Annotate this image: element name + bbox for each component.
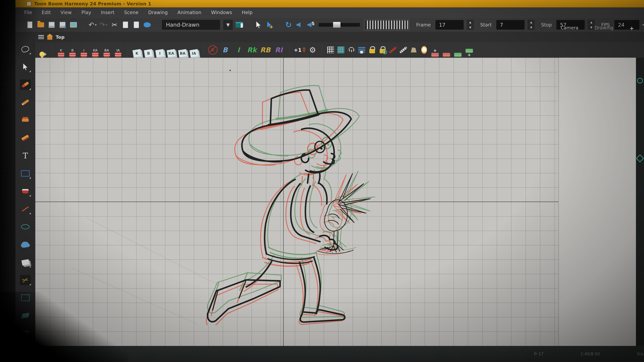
- remove-next-drawing-button[interactable]: [453, 43, 463, 57]
- start-spinner[interactable]: ▲▼: [528, 20, 534, 30]
- glow-button[interactable]: [420, 45, 428, 55]
- workspace-rows-button[interactable]: [235, 20, 244, 29]
- cel-breakdown-button[interactable]: B: [144, 43, 153, 57]
- workspace-dropdown[interactable]: Hand-Drawn: [162, 20, 220, 30]
- menu-view[interactable]: View: [60, 10, 72, 15]
- marker-ia-button[interactable]: IA: [113, 43, 123, 57]
- tool-transform[interactable]: [20, 61, 31, 72]
- marker-inbetween-button[interactable]: I: [79, 43, 89, 57]
- open-scene-button[interactable]: [36, 20, 45, 29]
- menu-insert[interactable]: Insert: [101, 10, 114, 15]
- lock-view-button[interactable]: [378, 45, 387, 55]
- tool-brush[interactable]: [20, 79, 31, 90]
- right-scroll-strip[interactable]: [636, 58, 644, 346]
- tool-drawing-substitution[interactable]: [20, 257, 31, 268]
- paste-button[interactable]: [132, 20, 140, 29]
- settings-button[interactable]: ⚙: [308, 45, 317, 55]
- menu-drawing[interactable]: Drawing: [148, 10, 168, 15]
- sound-scrub-button[interactable]: [306, 20, 314, 29]
- cel-ka-button[interactable]: KA: [166, 43, 176, 57]
- cel-ia-button[interactable]: IA: [189, 43, 199, 57]
- pointer-icon: [256, 21, 261, 28]
- scroll-widget-icon[interactable]: [636, 154, 644, 162]
- menu-help[interactable]: Help: [242, 10, 252, 15]
- tool-line[interactable]: [20, 203, 31, 215]
- cel-key-button[interactable]: K: [132, 43, 142, 57]
- zoom-tick-strip[interactable]: [364, 19, 410, 30]
- red-tape-button[interactable]: [388, 45, 397, 55]
- sound-button[interactable]: [295, 20, 304, 29]
- marker-ba-button[interactable]: BA: [102, 43, 112, 57]
- trace-letter-rb[interactable]: RB: [260, 46, 271, 54]
- tool-pencil[interactable]: [20, 97, 31, 108]
- show-grid-button[interactable]: [326, 45, 335, 55]
- fps-dropdown-icon[interactable]: ▾: [642, 23, 644, 27]
- tool-contour-editor[interactable]: [20, 292, 31, 303]
- safe-area-button[interactable]: [347, 45, 356, 55]
- menu-edit[interactable]: Edit: [42, 10, 51, 15]
- playback-speed-slider[interactable]: [319, 23, 360, 27]
- create-drawing-button[interactable]: +1✏: [294, 46, 306, 54]
- marker-ka-button[interactable]: KA: [90, 43, 100, 57]
- library-button[interactable]: [143, 20, 152, 29]
- export-image-button[interactable]: [69, 20, 78, 29]
- trace-letter-b[interactable]: B: [219, 46, 231, 54]
- workspace-dropdown-button[interactable]: ▼: [224, 20, 232, 30]
- trace-letter-ri[interactable]: RI: [273, 46, 284, 54]
- scroll-widget-icon[interactable]: [637, 78, 643, 83]
- remove-previous-drawing-button[interactable]: [442, 43, 451, 57]
- tool-paint[interactable]: [20, 186, 31, 197]
- tab-camera[interactable]: Camera: [561, 25, 578, 31]
- add-next-drawing-button[interactable]: +: [464, 43, 474, 57]
- tab-drawing[interactable]: Drawing: [594, 25, 613, 31]
- loop-playback-button[interactable]: ↻: [284, 20, 293, 29]
- drawing-canvas[interactable]: [35, 58, 644, 346]
- menu-animation[interactable]: Animation: [178, 10, 202, 15]
- camera-mask-button[interactable]: [358, 45, 366, 55]
- lock-button[interactable]: [368, 45, 376, 55]
- tool-stamp[interactable]: [20, 115, 31, 126]
- home-icon[interactable]: [47, 36, 52, 40]
- cel-inbetween-button[interactable]: I: [155, 43, 165, 57]
- start-field[interactable]: 7: [496, 20, 524, 29]
- marker-key-button[interactable]: K: [56, 43, 66, 57]
- tool-select[interactable]: [20, 43, 31, 55]
- tool-eraser[interactable]: [20, 132, 31, 143]
- speaker-icon: [296, 22, 302, 27]
- view-menu-icon[interactable]: [38, 35, 44, 39]
- tool-cutter[interactable]: ✂: [20, 275, 31, 286]
- redo-button[interactable]: ↷▾: [99, 20, 108, 29]
- menu-windows[interactable]: Windows: [211, 10, 232, 15]
- menu-play[interactable]: Play: [82, 10, 91, 15]
- trace-letter-rk[interactable]: Rk: [246, 46, 258, 54]
- tool-perspective[interactable]: [20, 310, 31, 321]
- marker-breakdown-button[interactable]: B: [68, 43, 77, 57]
- tool-rectangle[interactable]: [20, 168, 31, 179]
- enable-onion-skin-button[interactable]: +: [37, 43, 47, 57]
- cut-button[interactable]: ✂: [110, 20, 119, 29]
- white-tape-button[interactable]: [399, 45, 408, 55]
- transform-tool-button[interactable]: [265, 20, 274, 29]
- world-grid-button[interactable]: [336, 45, 345, 55]
- tool-drawing-desk[interactable]: [20, 328, 31, 339]
- save-button[interactable]: [47, 20, 56, 29]
- no-key-marker-button[interactable]: K: [208, 45, 218, 55]
- select-tool-button[interactable]: [254, 20, 263, 29]
- new-scene-button[interactable]: [26, 20, 34, 29]
- slider-handle[interactable]: [333, 22, 340, 28]
- tool-contour-morph[interactable]: [20, 239, 31, 250]
- save-all-button[interactable]: [58, 20, 67, 29]
- frame-spinner[interactable]: ▲▼: [467, 20, 474, 30]
- menu-scene[interactable]: Scene: [124, 10, 138, 15]
- undo-button[interactable]: ↶▾: [88, 20, 97, 29]
- frame-field[interactable]: 17: [436, 20, 464, 29]
- cel-ba-button[interactable]: BA: [178, 43, 188, 57]
- tool-text[interactable]: T: [20, 150, 31, 161]
- add-view-button[interactable]: +: [630, 25, 634, 31]
- tool-centerline-editor[interactable]: [20, 221, 31, 232]
- light-table-button[interactable]: [410, 45, 418, 55]
- copy-button[interactable]: [121, 20, 130, 29]
- add-previous-drawing-button[interactable]: +: [430, 43, 440, 57]
- menu-file[interactable]: File: [24, 10, 32, 15]
- trace-letter-i[interactable]: I: [232, 46, 244, 54]
